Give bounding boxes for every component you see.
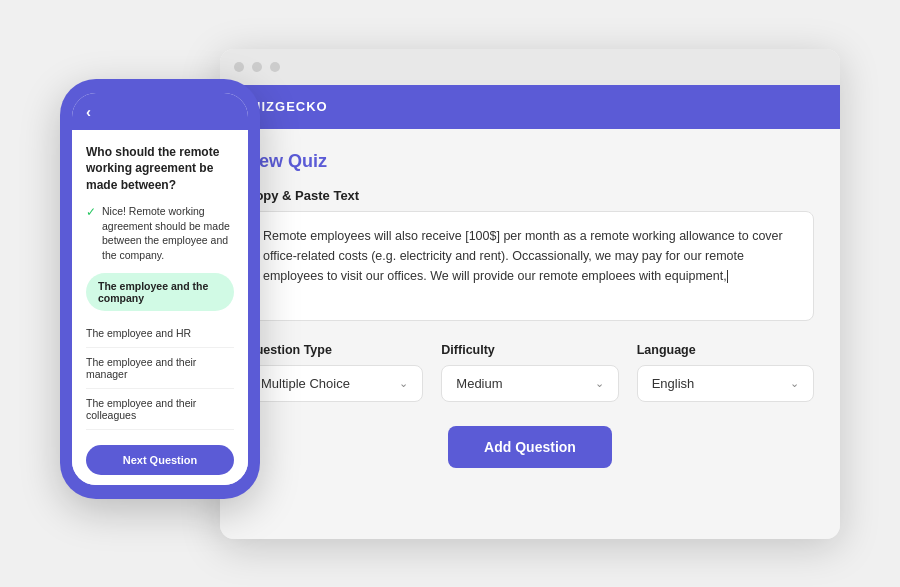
phone-top-bar: ‹	[72, 93, 248, 130]
language-label: Language	[637, 343, 814, 357]
difficulty-group: Difficulty Medium ⌄	[441, 343, 618, 402]
list-item[interactable]: The employee and HR	[86, 319, 234, 348]
question-type-label: Question Type	[246, 343, 423, 357]
chevron-down-icon: ⌄	[399, 377, 408, 390]
text-area[interactable]: Remote employees will also receive [100$…	[246, 211, 814, 321]
language-value: English	[652, 376, 695, 391]
phone-question: Who should the remote working agreement …	[86, 144, 234, 194]
difficulty-label: Difficulty	[441, 343, 618, 357]
correct-explanation: Nice! Remote working agreement should be…	[102, 204, 234, 263]
list-item[interactable]: The employee and their colleagues	[86, 389, 234, 430]
browser-dot-2	[252, 62, 262, 72]
browser-content: QUIZGECKO New Quiz Copy & Paste Text Rem…	[220, 85, 840, 539]
mobile-phone: ‹ Who should the remote working agreemen…	[60, 79, 260, 499]
phone-screen: ‹ Who should the remote working agreemen…	[72, 93, 248, 485]
chevron-down-icon: ⌄	[790, 377, 799, 390]
list-item[interactable]: The employee and their manager	[86, 348, 234, 389]
phone-content: Who should the remote working agreement …	[72, 130, 248, 485]
language-select[interactable]: English ⌄	[637, 365, 814, 402]
text-content: Remote employees will also receive [100$…	[263, 229, 783, 283]
app-main: New Quiz Copy & Paste Text Remote employ…	[220, 129, 840, 539]
copy-paste-label: Copy & Paste Text	[246, 188, 814, 203]
check-icon: ✓	[86, 205, 96, 219]
back-arrow-icon[interactable]: ‹	[86, 103, 91, 120]
question-type-group: Question Type Multiple Choice ⌄	[246, 343, 423, 402]
correct-answer-block: ✓ Nice! Remote working agreement should …	[86, 204, 234, 263]
browser-titlebar	[220, 49, 840, 85]
selected-option[interactable]: The employee and the company	[86, 273, 234, 311]
app-header: QUIZGECKO	[220, 85, 840, 129]
page-title: New Quiz	[246, 151, 814, 172]
browser-window: QUIZGECKO New Quiz Copy & Paste Text Rem…	[220, 49, 840, 539]
browser-dot-1	[234, 62, 244, 72]
chevron-down-icon: ⌄	[595, 377, 604, 390]
next-question-button[interactable]: Next Question	[86, 445, 234, 475]
form-row: Question Type Multiple Choice ⌄ Difficul…	[246, 343, 814, 402]
browser-dot-3	[270, 62, 280, 72]
question-type-select[interactable]: Multiple Choice ⌄	[246, 365, 423, 402]
add-question-button[interactable]: Add Question	[448, 426, 612, 468]
language-group: Language English ⌄	[637, 343, 814, 402]
cursor	[727, 270, 728, 283]
difficulty-select[interactable]: Medium ⌄	[441, 365, 618, 402]
question-type-value: Multiple Choice	[261, 376, 350, 391]
difficulty-value: Medium	[456, 376, 502, 391]
